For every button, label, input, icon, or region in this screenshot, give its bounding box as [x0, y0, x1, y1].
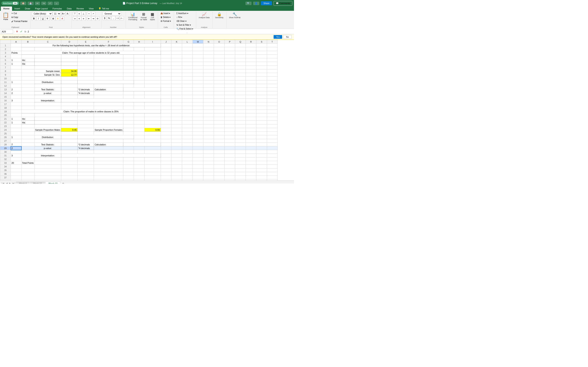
cell-b32[interactable]	[21, 157, 35, 161]
cell-e13[interactable]: *2 decimals	[78, 88, 94, 91]
cell-c7[interactable]	[34, 66, 61, 69]
cell-h11[interactable]	[134, 80, 144, 84]
align-bottom-btn[interactable]: ⊥	[81, 12, 86, 16]
cell-d15[interactable]	[61, 95, 78, 99]
cell-a1[interactable]	[11, 44, 21, 47]
indent-inc-btn[interactable]: ⇥	[91, 17, 95, 21]
cell-p10[interactable]	[224, 77, 235, 80]
cell-g18[interactable]	[123, 106, 134, 110]
cell-b10[interactable]	[21, 77, 35, 80]
cell-c12[interactable]	[34, 84, 61, 88]
cell-n18[interactable]	[203, 106, 214, 110]
cell-e14[interactable]: *4 decimals	[78, 91, 94, 95]
cell-q22[interactable]	[235, 121, 246, 124]
cell-o6[interactable]	[214, 62, 224, 66]
cell-r2[interactable]	[246, 47, 256, 51]
cell-q14[interactable]	[235, 91, 246, 95]
cell-t1[interactable]	[267, 44, 277, 47]
cell-c9[interactable]: Sample St. Dev:	[34, 73, 61, 77]
cell-h33[interactable]	[134, 161, 144, 165]
cell-k5[interactable]	[171, 58, 182, 62]
cell-t5[interactable]	[267, 58, 277, 62]
cell-p14[interactable]	[224, 91, 235, 95]
cell-j15[interactable]	[161, 95, 171, 99]
cell-d8[interactable]: 34.95	[61, 69, 78, 73]
cell-a7[interactable]	[11, 66, 21, 69]
cell-k23[interactable]	[171, 124, 182, 128]
cell-h20[interactable]	[134, 113, 144, 117]
cell-r29[interactable]	[246, 146, 256, 150]
cell-q3[interactable]	[235, 51, 246, 55]
cell-m16[interactable]	[192, 99, 203, 102]
cell-j29[interactable]	[161, 146, 171, 150]
col-header-n[interactable]: N	[203, 40, 214, 44]
cell-c33[interactable]	[34, 161, 61, 165]
cell-j14[interactable]	[161, 91, 171, 95]
cell-c28[interactable]: Test Statistic:	[34, 143, 61, 146]
cell-b15[interactable]	[21, 95, 35, 99]
cell-e9[interactable]	[78, 73, 94, 77]
autosum-btn[interactable]: Σ AutoSum ▾	[175, 12, 190, 15]
cell-t16[interactable]	[267, 99, 277, 102]
cell-r9[interactable]	[246, 73, 256, 77]
cell-e30[interactable]	[78, 150, 94, 154]
cell-k18[interactable]	[171, 106, 182, 110]
cell-a29[interactable]: 2	[11, 146, 21, 150]
cell-p21[interactable]	[224, 117, 235, 121]
cell-h18[interactable]	[134, 106, 144, 110]
cell-l19[interactable]	[182, 110, 192, 113]
cell-i21[interactable]	[144, 117, 161, 121]
cell-n16[interactable]	[203, 99, 214, 102]
cell-b12[interactable]	[21, 84, 35, 88]
col-header-b[interactable]: B	[21, 40, 35, 44]
cell-i22[interactable]	[144, 121, 161, 124]
undo-btn[interactable]: ↩	[35, 2, 40, 5]
cell-i17[interactable]	[144, 102, 161, 106]
align-left-btn[interactable]: ≡	[73, 17, 77, 21]
cell-r26[interactable]	[246, 135, 256, 139]
cell-g25[interactable]	[123, 132, 134, 135]
cell-d12[interactable]	[61, 84, 78, 88]
cell-k6[interactable]	[171, 62, 182, 66]
cell-t32[interactable]	[267, 157, 277, 161]
cell-k22[interactable]	[171, 121, 182, 124]
cell-o8[interactable]	[214, 69, 224, 73]
home-icon-btn[interactable]: 🏠	[20, 2, 26, 5]
cell-c16[interactable]: Interpretation:	[34, 99, 61, 102]
cell-f32[interactable]	[94, 157, 123, 161]
cell-d27[interactable]	[61, 139, 78, 143]
cell-s6[interactable]	[256, 62, 267, 66]
cell-s10[interactable]	[256, 77, 267, 80]
cell-q26[interactable]	[235, 135, 246, 139]
cell-l11[interactable]	[182, 80, 192, 84]
cell-r22[interactable]	[246, 121, 256, 124]
align-middle-btn[interactable]: ≡	[77, 12, 81, 16]
cell-a26[interactable]: 1	[11, 135, 21, 139]
cell-r12[interactable]	[246, 84, 256, 88]
cell-o9[interactable]	[214, 73, 224, 77]
cell-a6[interactable]: 1	[11, 62, 21, 66]
col-header-r[interactable]: R	[246, 40, 256, 44]
cell-j32[interactable]	[161, 157, 171, 161]
clear-btn[interactable]: ⌫ Clear ▾	[175, 19, 187, 23]
cell-p7[interactable]	[224, 66, 235, 69]
cell-m17[interactable]	[192, 102, 203, 106]
cell-e33[interactable]	[78, 161, 94, 165]
cell-l18[interactable]	[182, 106, 192, 110]
format-cells-btn[interactable]: ⚙ Format ▾	[159, 19, 172, 23]
cell-j16[interactable]	[161, 99, 171, 102]
cell-k26[interactable]	[171, 135, 182, 139]
cell-g27[interactable]	[123, 139, 134, 143]
cell-n2[interactable]	[203, 47, 214, 51]
cell-r8[interactable]	[246, 69, 256, 73]
cell-j3[interactable]	[161, 51, 171, 55]
find-select-btn[interactable]: 🔍 Find & Select ▾	[175, 27, 194, 31]
cell-c24[interactable]: Sample Proportion Males	[34, 128, 61, 132]
cell-j30[interactable]	[161, 150, 171, 154]
cell-c10[interactable]	[34, 77, 61, 80]
cell-j19[interactable]	[161, 110, 171, 113]
cell-m28[interactable]	[192, 143, 203, 146]
cell-b14[interactable]	[21, 91, 35, 95]
cell-c5[interactable]	[34, 58, 61, 62]
search-btn[interactable]: 🔍	[245, 2, 251, 5]
